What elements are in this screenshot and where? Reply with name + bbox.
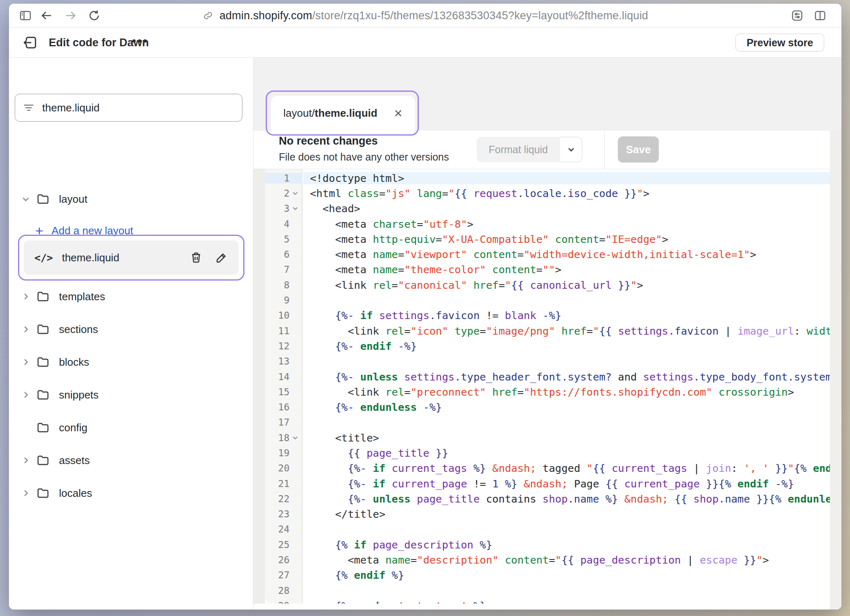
code-line-text: <title> xyxy=(303,432,830,444)
sidebar-item-sections[interactable]: sections xyxy=(9,318,253,341)
code-line[interactable]: 19 {{ page_title }} xyxy=(265,445,830,460)
more-menu-button[interactable]: ••• xyxy=(132,33,149,49)
code-line[interactable]: 13 xyxy=(265,354,830,369)
status-title: No recent changes xyxy=(279,135,378,147)
code-line[interactable]: 20 {%- if current_tags %} &ndash; tagged… xyxy=(265,461,830,476)
code-line[interactable]: 1<!doctype html> xyxy=(265,170,830,186)
code-line[interactable]: 7 <meta name="theme-color" content=""> xyxy=(265,262,830,277)
chevron-right-icon[interactable] xyxy=(20,324,31,335)
close-icon[interactable]: ✕ xyxy=(394,108,403,119)
line-number: 6 xyxy=(265,249,303,260)
line-number: 12 xyxy=(265,341,303,351)
search-input[interactable] xyxy=(41,101,235,115)
save-button[interactable]: Save xyxy=(618,136,659,163)
preview-store-button[interactable]: Preview store xyxy=(735,34,824,52)
code-line[interactable]: 11 <link rel="icon" type="image/png" hre… xyxy=(265,323,830,338)
add-new-layout-button[interactable]: + Add a new layout xyxy=(35,220,133,241)
sidebar: layout + Add a new layout </> theme.liqu… xyxy=(9,58,253,609)
code-line-text: {%- unless settings.type_header_font.sys… xyxy=(303,371,830,383)
code-line-text: {%- if current_page != 1 %} &ndash; Page… xyxy=(303,478,830,490)
chevron-right-icon[interactable] xyxy=(20,390,31,400)
scrollbar-track[interactable] xyxy=(830,131,841,609)
line-number: 4 xyxy=(265,219,303,229)
code-line[interactable]: 15 <link rel="preconnect" href="https://… xyxy=(265,384,830,399)
chevron-right-icon[interactable] xyxy=(20,357,31,367)
code-editor[interactable]: 1<!doctype html>2<html class="js" lang="… xyxy=(253,169,841,604)
code-line[interactable]: 27 {% endif %} xyxy=(265,568,830,583)
sidebar-item-templates[interactable]: templates xyxy=(9,285,253,308)
folder-icon xyxy=(36,355,50,369)
sidebar-item-theme-liquid[interactable]: </> theme.liquid xyxy=(24,240,239,275)
code-line[interactable]: 26 <meta name="description" content="{{ … xyxy=(265,552,830,567)
line-number: 16 xyxy=(265,402,303,412)
chevron-right-icon[interactable] xyxy=(20,455,31,466)
code-line[interactable]: 12 {%- endif -%} xyxy=(265,338,830,353)
editor-left-gap xyxy=(253,169,265,604)
line-number: 1 xyxy=(265,173,303,183)
delete-file-button[interactable] xyxy=(190,251,203,264)
fold-toggle-icon[interactable] xyxy=(290,188,300,198)
tab-theme-liquid[interactable]: layout/theme.liquid ✕ xyxy=(271,96,415,131)
code-line[interactable]: 4 <meta charset="utf-8"> xyxy=(265,216,830,231)
code-line[interactable]: 18 <title> xyxy=(265,430,830,445)
code-line[interactable]: 24 xyxy=(265,522,830,537)
folder-icon xyxy=(36,486,50,500)
code-line[interactable]: 23 </title> xyxy=(265,507,830,522)
code-line[interactable]: 16 {%- endunless -%} xyxy=(265,399,830,414)
code-lines: 1<!doctype html>2<html class="js" lang="… xyxy=(265,170,830,604)
sidebar-item-snippets[interactable]: snippets xyxy=(9,383,253,406)
url-path: /store/rzq1xu-f5/themes/132683530345?key… xyxy=(312,9,648,22)
line-number: 2 xyxy=(265,188,303,199)
sidebar-item-config[interactable]: config xyxy=(9,416,253,439)
line-number: 28 xyxy=(265,585,303,596)
file-search-box[interactable] xyxy=(15,94,242,122)
chevron-right-icon[interactable] xyxy=(20,291,31,302)
code-line-text: {% if page_description %} xyxy=(303,539,830,551)
status-subtitle: File does not have any other versions xyxy=(279,151,449,163)
line-number: 14 xyxy=(265,371,303,382)
code-line[interactable]: 25 {% if page_description %} xyxy=(265,537,830,552)
split-view-icon[interactable] xyxy=(814,9,827,22)
browser-window: admin.shopify.com/store/rzq1xu-f5/themes… xyxy=(9,3,842,610)
code-line[interactable]: 9 xyxy=(265,292,830,308)
sidebar-item-label: sections xyxy=(59,323,98,336)
format-liquid-button[interactable]: Format liquid xyxy=(477,137,561,162)
folder-icon xyxy=(36,322,50,336)
chevron-down-icon[interactable] xyxy=(20,194,31,204)
code-line[interactable]: 17 xyxy=(265,415,830,430)
url-bar[interactable]: admin.shopify.com/store/rzq1xu-f5/themes… xyxy=(9,4,841,27)
pencil-icon xyxy=(215,251,228,264)
line-number: 9 xyxy=(265,295,303,306)
code-line[interactable]: 8 <link rel="canonical" href="{{ canonic… xyxy=(265,277,830,292)
page-settings-icon[interactable] xyxy=(791,9,804,22)
code-line[interactable]: 3 <head> xyxy=(265,201,830,216)
add-layout-label: Add a new layout xyxy=(52,224,133,237)
exit-editor-button[interactable] xyxy=(23,35,38,50)
line-number: 29 xyxy=(265,600,303,604)
code-line[interactable]: 21 {%- if current_page != 1 %} &ndash; P… xyxy=(265,476,830,491)
code-line[interactable]: 6 <meta name="viewport" content="width=d… xyxy=(265,247,830,262)
rename-file-button[interactable] xyxy=(215,251,228,264)
code-line-text: <meta charset="utf-8"> xyxy=(303,218,830,230)
code-line[interactable]: 28 xyxy=(265,583,830,598)
fold-toggle-icon[interactable] xyxy=(290,204,300,213)
code-line-text: {%- endunless -%} xyxy=(303,401,830,413)
line-number: 8 xyxy=(265,280,303,290)
code-line[interactable]: 14 {%- unless settings.type_header_font.… xyxy=(265,369,830,384)
code-line[interactable]: 29 {% render 'meta-tags' %} xyxy=(265,598,830,604)
line-number: 13 xyxy=(265,356,303,367)
sidebar-item-layout[interactable]: layout xyxy=(9,188,253,211)
code-line[interactable]: 10 {%- if settings.favicon != blank -%} xyxy=(265,308,830,323)
format-liquid-caret-button[interactable] xyxy=(560,137,582,162)
sidebar-item-blocks[interactable]: blocks xyxy=(9,351,253,374)
sidebar-item-locales[interactable]: locales xyxy=(9,482,253,505)
chevron-right-icon[interactable] xyxy=(20,488,31,498)
folder-icon xyxy=(36,453,50,467)
fold-toggle-icon[interactable] xyxy=(290,433,300,443)
code-line[interactable]: 22 {%- unless page_title contains shop.n… xyxy=(265,491,830,506)
sidebar-item-assets[interactable]: assets xyxy=(9,449,253,472)
folder-icon xyxy=(36,192,50,206)
code-line[interactable]: 2<html class="js" lang="{{ request.local… xyxy=(265,186,830,201)
code-line[interactable]: 5 <meta http-equiv="X-UA-Compatible" con… xyxy=(265,231,830,247)
exit-icon xyxy=(23,35,38,50)
